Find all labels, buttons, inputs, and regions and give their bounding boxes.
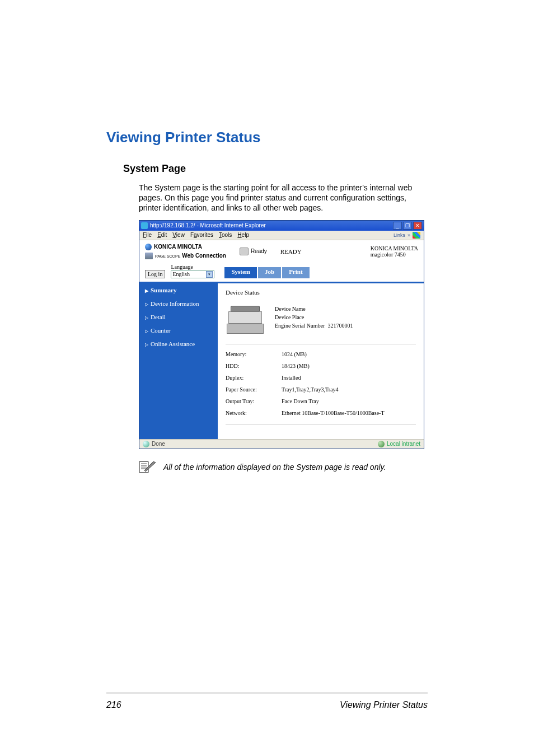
done-icon xyxy=(143,441,149,447)
network-value: Ethernet 10Base-T/100Base-T50/1000Base-T xyxy=(282,410,416,416)
tab-job[interactable]: Job xyxy=(258,267,281,278)
duplex-value: Installed xyxy=(282,375,416,381)
links-chevron-icon: » xyxy=(407,232,410,238)
output-tray-label: Output Tray: xyxy=(226,398,282,404)
page-heading: Viewing Printer Status xyxy=(106,129,428,146)
globe-icon xyxy=(145,244,152,250)
note-icon xyxy=(139,460,157,474)
footer-divider xyxy=(106,693,428,693)
browser-window: http://192.168.1.2/ - Microsoft Internet… xyxy=(139,220,424,449)
window-titlebar: http://192.168.1.2/ - Microsoft Internet… xyxy=(139,221,424,231)
brand-logo: KONICA MINOLTA xyxy=(145,244,226,250)
close-button[interactable]: ✕ xyxy=(413,222,422,230)
triangle-icon: ▷ xyxy=(145,302,148,307)
sidebar-item-detail[interactable]: ▷Detail xyxy=(139,310,218,324)
tab-print[interactable]: Print xyxy=(282,267,309,278)
menu-file[interactable]: File xyxy=(143,232,152,238)
menu-help[interactable]: Help xyxy=(237,232,249,238)
intranet-icon xyxy=(378,441,385,447)
section-heading: System Page xyxy=(123,163,428,175)
sidebar-item-device-information[interactable]: ▷Device Information xyxy=(139,297,218,310)
hdd-value: 18423 (MB) xyxy=(282,363,416,369)
printer-icon xyxy=(240,248,249,255)
content-pane: Device Status Device Name Device Place E… xyxy=(218,283,424,439)
pagescope-icon xyxy=(145,253,153,259)
menu-favorites[interactable]: Favorites xyxy=(190,232,213,238)
device-name-label: Device Name xyxy=(275,306,306,312)
brand-text: KONICA MINOLTA xyxy=(154,244,202,250)
status-bar: Done Local intranet xyxy=(139,439,424,449)
section-paragraph: The System page is the starting point fo… xyxy=(139,183,428,213)
menu-edit[interactable]: Edit xyxy=(157,232,167,238)
menu-tools[interactable]: Tools xyxy=(219,232,232,238)
model-name: magicolor 7450 xyxy=(371,251,418,258)
sidebar-item-online-assistance[interactable]: ▷Online Assistance xyxy=(139,337,218,351)
status-zone: Local intranet xyxy=(387,441,420,447)
memory-label: Memory: xyxy=(226,351,282,357)
chevron-down-icon: ▾ xyxy=(206,271,213,278)
pagescope-prefix: PAGE SCOPE xyxy=(155,254,180,258)
webconn-label: Web Connection xyxy=(182,253,226,259)
duplex-label: Duplex: xyxy=(226,375,282,381)
minimize-button[interactable]: _ xyxy=(393,222,402,230)
menu-view[interactable]: View xyxy=(172,232,185,238)
footer-title: Viewing Printer Status xyxy=(340,700,428,710)
ready-status: READY xyxy=(280,248,302,255)
device-illustration xyxy=(226,301,265,334)
maximize-button[interactable]: ❐ xyxy=(403,222,412,230)
page-number: 216 xyxy=(106,700,121,710)
sidebar-item-summary[interactable]: ▶Summary xyxy=(139,283,218,297)
language-select[interactable]: English ▾ xyxy=(171,270,214,278)
note-text: All of the information displayed on the … xyxy=(163,463,386,472)
language-value: English xyxy=(172,271,190,277)
window-title: http://192.168.1.2/ - Microsoft Internet… xyxy=(150,222,266,228)
triangle-icon: ▷ xyxy=(145,342,148,347)
language-label: Language xyxy=(171,264,214,270)
divider xyxy=(226,344,416,344)
login-button[interactable]: Log in xyxy=(145,270,165,278)
tab-system[interactable]: System xyxy=(224,267,257,278)
output-tray-value: Face Down Tray xyxy=(282,398,416,404)
sidebar-item-counter[interactable]: ▷Counter xyxy=(139,324,218,337)
network-label: Network: xyxy=(226,410,282,416)
triangle-icon: ▷ xyxy=(145,329,148,334)
sidebar: ▶Summary ▷Device Information ▷Detail ▷Co… xyxy=(139,283,218,439)
serial-label: Engine Serial Number xyxy=(275,323,325,329)
triangle-icon: ▷ xyxy=(145,315,148,320)
divider xyxy=(226,424,416,424)
menu-bar: File Edit View Favorites Tools Help Link… xyxy=(139,231,424,240)
model-brand: KONICA MINOLTA xyxy=(371,245,418,251)
panel-title: Device Status xyxy=(226,289,416,296)
paper-source-label: Paper Source: xyxy=(226,386,282,393)
paper-source-value: Tray1,Tray2,Tray3,Tray4 xyxy=(282,386,416,393)
hdd-label: HDD: xyxy=(226,363,282,369)
windows-flag-icon[interactable] xyxy=(413,232,420,239)
serial-value: 321700001 xyxy=(327,323,353,329)
ready-label: Ready xyxy=(251,248,267,254)
triangle-icon: ▶ xyxy=(145,288,148,293)
pagescope-web-connection: PAGE SCOPE Web Connection xyxy=(145,253,226,259)
device-place-label: Device Place xyxy=(275,314,304,320)
memory-value: 1024 (MB) xyxy=(282,351,416,357)
ie-icon xyxy=(141,222,148,229)
status-done: Done xyxy=(152,441,165,447)
links-label[interactable]: Links xyxy=(394,232,405,238)
